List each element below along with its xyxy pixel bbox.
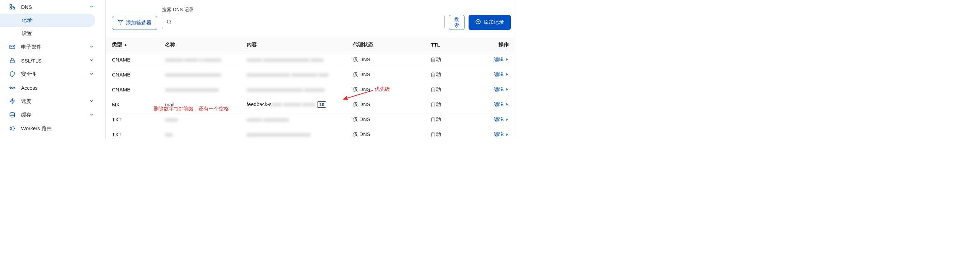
network-icon <box>9 3 16 10</box>
cell-name: xxxxxxx-xxxxx-x-xxxxxxx <box>159 52 240 67</box>
search-field[interactable] <box>162 15 445 29</box>
cell-type: MX <box>106 97 159 112</box>
search-icon <box>166 19 172 25</box>
cell-name: xxxxxxxxxxxxxxxxxxxxx <box>159 82 240 97</box>
cell-type: CNAME <box>106 52 159 67</box>
edit-button[interactable]: 编辑 <box>494 71 509 78</box>
cache-icon <box>9 111 16 118</box>
sidebar-item-label: Workers 路由 <box>21 125 52 132</box>
cell-content: feedback-sxxxx xxxxxxx xxxxx10 <box>240 97 347 112</box>
cell-content: xxxxxxxxxxxxxxxxxxxxxxxxx <box>240 127 347 139</box>
toolbar: 添加筛选器 搜索 DNS 记录 搜索 <box>112 7 511 30</box>
edit-button[interactable]: 编辑 <box>494 56 509 63</box>
chevron-down-icon <box>89 112 94 118</box>
cell-content: xxxxxx xxxxxxxxxxxxxxxxxx xxxxx <box>240 52 347 67</box>
chevron-down-icon <box>89 44 94 50</box>
chevron-down-icon <box>89 71 94 77</box>
cell-actions: 编辑 <box>485 82 517 97</box>
cell-proxy: 仅 DNS <box>347 112 425 127</box>
table-row: CNAMExxxxxxx-xxxxx-x-xxxxxxxxxxxxx xxxxx… <box>106 52 517 67</box>
cell-content: xxxxxx xxxxxxxxxx <box>240 112 347 127</box>
col-header-actions: 操作 <box>485 37 517 52</box>
search-label: 搜索 DNS 记录 <box>162 7 511 13</box>
sidebar-subitem-label: 设置 <box>22 30 32 36</box>
sidebar-item-workers[interactable]: Workers 路由 <box>0 122 99 135</box>
cell-ttl: 自动 <box>425 97 485 112</box>
svg-rect-0 <box>10 5 11 6</box>
cell-proxy: 仅 DNS <box>347 52 425 67</box>
edit-button[interactable]: 编辑 <box>494 116 509 123</box>
cell-proxy: 仅 DNS <box>347 67 425 82</box>
edit-button[interactable]: 编辑 <box>494 101 509 108</box>
sidebar-item-security[interactable]: 安全性 <box>0 67 99 81</box>
sidebar-item-email[interactable]: 电子邮件 <box>0 40 99 54</box>
sidebar-item-speed[interactable]: 速度 <box>0 95 99 108</box>
sidebar-item-access[interactable]: Access <box>0 81 99 95</box>
cell-content: xxxxxxxxxxxxxxxxxxxxxx xxxxxxxx <box>240 82 347 97</box>
cell-actions: 编辑 <box>485 112 517 127</box>
table-row: TXTxxxxxxxxxxxxxxxxxxxxxxxxxxxx仅 DNS自动编辑 <box>106 127 517 139</box>
add-record-button[interactable]: 添加记录 <box>469 15 511 30</box>
sidebar-subitem-records[interactable]: 记录 <box>0 14 95 27</box>
cell-ttl: 自动 <box>425 112 485 127</box>
svg-rect-1 <box>13 8 14 9</box>
cell-actions: 编辑 <box>485 97 517 112</box>
add-filter-button[interactable]: 添加筛选器 <box>112 16 157 30</box>
sidebar-item-label: DNS <box>21 4 32 10</box>
sidebar-item-ssl[interactable]: SSL/TLS <box>0 54 99 67</box>
sidebar-item-label: Access <box>21 85 37 91</box>
priority-badge: 10 <box>317 101 326 108</box>
bolt-icon <box>9 98 16 105</box>
cell-ttl: 自动 <box>425 82 485 97</box>
chevron-up-icon <box>89 4 94 10</box>
svg-rect-4 <box>10 60 14 63</box>
col-header-type[interactable]: 类型▲ <box>106 37 159 52</box>
sidebar-item-cache[interactable]: 缓存 <box>0 108 99 122</box>
cell-actions: 编辑 <box>485 127 517 139</box>
sidebar-item-label: 安全性 <box>21 71 37 78</box>
col-header-content[interactable]: 内容 <box>240 37 347 52</box>
cell-type: CNAME <box>106 67 159 82</box>
chevron-down-icon <box>89 58 94 63</box>
col-header-proxy[interactable]: 代理状态 <box>347 37 425 52</box>
access-icon <box>9 84 16 91</box>
search-input[interactable] <box>175 19 440 25</box>
add-filter-label: 添加筛选器 <box>126 20 151 26</box>
lock-icon <box>9 57 16 64</box>
svg-marker-5 <box>10 99 14 104</box>
table-row: TXTxxxxxxxxxxx xxxxxxxxxx仅 DNS自动编辑 <box>106 112 517 127</box>
search-button[interactable]: 搜索 <box>449 15 465 30</box>
filter-icon <box>118 20 123 26</box>
col-header-name[interactable]: 名称 <box>159 37 240 52</box>
col-header-ttl[interactable]: TTL <box>425 37 485 52</box>
cell-proxy: 仅 DNS <box>347 97 425 112</box>
sidebar-subitem-label: 记录 <box>22 17 32 23</box>
cell-proxy: 仅 DNS <box>347 127 425 139</box>
sidebar-item-label: 速度 <box>21 98 31 105</box>
sidebar-item-label: 电子邮件 <box>21 44 41 50</box>
cell-name: xxx <box>159 127 240 139</box>
dns-records-table: 类型▲ 名称 内容 代理状态 TTL 操作 CNAMExxxxxxx-xxxxx… <box>106 37 517 139</box>
cell-content: xxxxxxxxxxxxxxxxx xxxxxxxxxx xxxx <box>240 67 347 82</box>
cell-name: xxxxxxxxxxxxxxxxxxxxxx <box>159 67 240 82</box>
edit-button[interactable]: 编辑 <box>494 86 509 93</box>
mail-icon <box>9 43 16 50</box>
table-row: CNAMExxxxxxxxxxxxxxxxxxxxxxxxxxxxxxxxxxx… <box>106 67 517 82</box>
cell-name: xxxxx <box>159 112 240 127</box>
workers-icon <box>9 125 16 132</box>
cell-ttl: 自动 <box>425 52 485 67</box>
table-row: MXmailfeedback-sxxxx xxxxxxx xxxxx10仅 DN… <box>106 97 517 112</box>
shield-icon <box>9 71 16 78</box>
sidebar-subitem-settings[interactable]: 设置 <box>0 27 95 40</box>
sidebar-item-label: SSL/TLS <box>21 58 41 63</box>
edit-button[interactable]: 编辑 <box>494 131 509 138</box>
chevron-down-icon <box>89 98 94 104</box>
svg-point-6 <box>10 112 14 114</box>
cell-ttl: 自动 <box>425 127 485 139</box>
sidebar-item-dns[interactable]: DNS <box>0 0 99 14</box>
svg-marker-7 <box>118 21 123 24</box>
cell-proxy: 仅 DNS <box>347 82 425 97</box>
plus-icon <box>476 19 481 25</box>
table-row: CNAMExxxxxxxxxxxxxxxxxxxxxxxxxxxxxxxxxxx… <box>106 82 517 97</box>
svg-rect-2 <box>10 8 11 9</box>
